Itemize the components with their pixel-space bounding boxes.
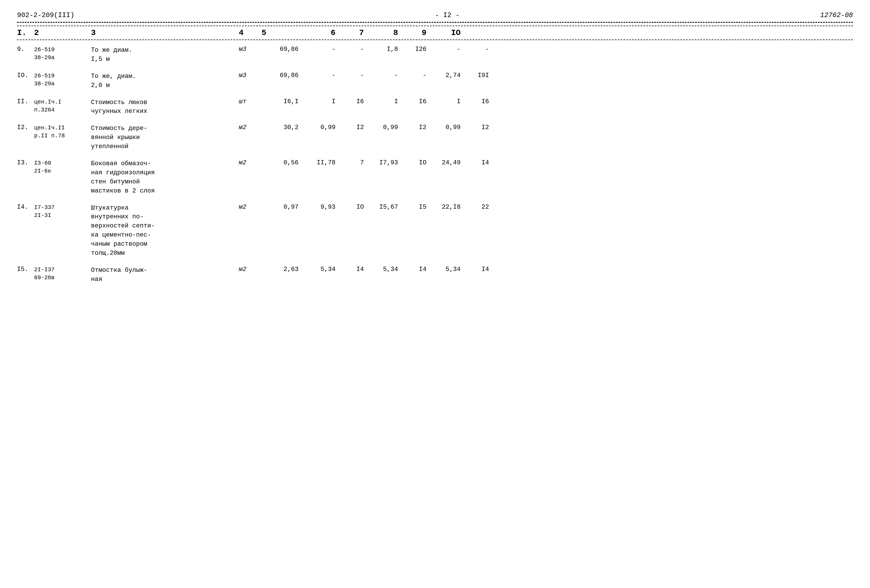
row-1-desc: То же, диам.2,0 м — [91, 72, 239, 90]
row-2-unit: шт — [239, 98, 262, 105]
row-0-desc: То же диам.I,5 м — [91, 46, 239, 64]
col-header-7: 7 — [341, 28, 369, 37]
row-2-price: I6,I — [262, 98, 307, 105]
row-5-price: 0,97 — [262, 204, 307, 211]
table-body: 9.26-51938-29аТо же диам.I,5 мм369,86--I… — [17, 46, 853, 284]
row-2-q3: I — [432, 98, 466, 105]
row-0-price: 69,86 — [262, 46, 307, 53]
col-header-4: 4 — [239, 28, 262, 37]
row-2-num: II. — [17, 98, 34, 105]
row-5-q3: 22,I8 — [432, 204, 466, 211]
row-3-q1: 0,99 — [307, 124, 341, 131]
row-4-s1: 7 — [341, 159, 369, 166]
row-5-s1: IO — [341, 204, 369, 211]
row-6-q3: 5,34 — [432, 266, 466, 273]
row-2-q2: I — [369, 98, 404, 105]
row-1-unit: м3 — [239, 72, 262, 79]
row-1-q3: 2,74 — [432, 72, 466, 79]
row-3-s3: I2 — [466, 124, 495, 131]
col-header-8: 8 — [369, 28, 404, 37]
row-5-num: I4. — [17, 204, 34, 211]
row-6-code: 2I-I3769-28в — [34, 266, 91, 282]
header-divider — [17, 22, 853, 23]
row-2-s2: I6 — [404, 98, 432, 105]
row-5-q2: I5,67 — [369, 204, 404, 211]
row-3-unit: м2 — [239, 124, 262, 131]
row-6-num: I5. — [17, 266, 34, 273]
row-5-s3: 22 — [466, 204, 495, 211]
row-4-price: 0,56 — [262, 159, 307, 166]
page-number: - I2 - — [74, 11, 820, 19]
row-3-price: 30,2 — [262, 124, 307, 131]
row-0-q2: I,8 — [369, 46, 404, 53]
row-5-unit: м2 — [239, 204, 262, 211]
row-3-s1: I2 — [341, 124, 369, 131]
table-row: 9.26-51938-29аТо же диам.I,5 мм369,86--I… — [17, 46, 853, 64]
table-row: I2.цен.Iч.IIр.II п.78Стоимость дере-вянн… — [17, 124, 853, 151]
col-header-10: IO — [432, 28, 466, 37]
row-6-price: 2,63 — [262, 266, 307, 273]
row-0-s1: - — [341, 46, 369, 53]
row-6-s1: I4 — [341, 266, 369, 273]
col-header-9: 9 — [404, 28, 432, 37]
column-header-row: I. 2 3 4 5 6 7 8 9 IO — [17, 25, 853, 40]
col-header-6: 6 — [307, 28, 341, 37]
row-6-desc: Отмостка булыж-ная — [91, 266, 239, 284]
row-4-s3: I4 — [466, 159, 495, 166]
row-4-desc: Боковая обмазоч-ная гидроизоляциястен би… — [91, 159, 239, 196]
row-1-s1: - — [341, 72, 369, 79]
col-header-1: I. — [17, 28, 34, 37]
row-2-s1: I6 — [341, 98, 369, 105]
row-1-code: 26-51938-29а — [34, 72, 91, 88]
row-3-code: цен.Iч.IIр.II п.78 — [34, 124, 91, 140]
row-4-num: I3. — [17, 159, 34, 166]
row-2-s3: I6 — [466, 98, 495, 105]
table-row: I5.2I-I3769-28вОтмостка булыж-наям22,635… — [17, 266, 853, 284]
row-0-num: 9. — [17, 46, 34, 53]
row-1-s3: I9I — [466, 72, 495, 79]
doc-number: 902-2-209(III) — [17, 11, 74, 19]
row-2-q1: I — [307, 98, 341, 105]
row-0-unit: м3 — [239, 46, 262, 53]
row-4-code: I3-602I-6к — [34, 159, 91, 175]
row-0-s2: I26 — [404, 46, 432, 53]
doc-code: 12762-08 — [820, 11, 853, 19]
page-header: 902-2-209(III) - I2 - 12762-08 — [17, 11, 853, 19]
table-row: IO.26-51938-29аТо же, диам.2,0 мм369,86-… — [17, 72, 853, 90]
row-3-q2: 0,99 — [369, 124, 404, 131]
row-1-price: 69,86 — [262, 72, 307, 79]
row-3-desc: Стоимость дере-вянной крышкиутепленной — [91, 124, 239, 151]
row-3-num: I2. — [17, 124, 34, 131]
row-3-q3: 0,99 — [432, 124, 466, 131]
row-6-unit: м2 — [239, 266, 262, 273]
row-6-q2: 5,34 — [369, 266, 404, 273]
table-row: I4.I7-3372I-3IШтукатуркавнутренних по-ве… — [17, 204, 853, 258]
row-0-code: 26-51938-29а — [34, 46, 91, 62]
row-1-num: IO. — [17, 72, 34, 79]
col-header-3: 3 — [91, 28, 239, 37]
row-4-unit: м2 — [239, 159, 262, 166]
col-header-5: 5 — [262, 28, 307, 37]
row-6-s3: I4 — [466, 266, 495, 273]
row-4-q1: II,78 — [307, 159, 341, 166]
row-4-q3: 24,49 — [432, 159, 466, 166]
row-4-s2: IO — [404, 159, 432, 166]
row-0-q1: - — [307, 46, 341, 53]
row-1-s2: - — [404, 72, 432, 79]
row-5-q1: 9,93 — [307, 204, 341, 211]
row-3-s2: I2 — [404, 124, 432, 131]
row-1-q2: - — [369, 72, 404, 79]
row-6-q1: 5,34 — [307, 266, 341, 273]
row-2-desc: Стоимость люковчугунных легких — [91, 98, 239, 116]
row-2-code: цен.Iч.Iп.3264 — [34, 98, 91, 114]
row-0-q3: - — [432, 46, 466, 53]
row-0-s3: - — [466, 46, 495, 53]
row-5-code: I7-3372I-3I — [34, 204, 91, 219]
row-5-desc: Штукатуркавнутренних по-верхностей септи… — [91, 204, 239, 258]
row-5-s2: I5 — [404, 204, 432, 211]
row-6-s2: I4 — [404, 266, 432, 273]
row-4-q2: I7,93 — [369, 159, 404, 166]
row-1-q1: - — [307, 72, 341, 79]
col-header-2: 2 — [34, 28, 91, 37]
table-row: II.цен.Iч.Iп.3264Стоимость люковчугунных… — [17, 98, 853, 116]
